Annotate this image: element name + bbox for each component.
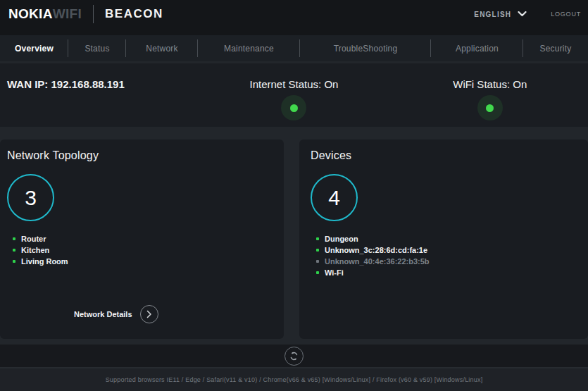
topology-item-label: Living Room bbox=[21, 257, 68, 266]
devices-count-circle: 4 bbox=[311, 174, 358, 221]
list-item: Unknown_3c:28:6d:cd:fa:1e bbox=[311, 244, 577, 256]
online-bullet-icon bbox=[13, 260, 15, 263]
refresh-strip bbox=[0, 345, 588, 367]
product-name: BEACON bbox=[105, 7, 163, 21]
brand-logo: NOKIA WIFI bbox=[8, 6, 82, 22]
online-bullet-icon bbox=[13, 237, 15, 240]
device-item-label: Wi-Fi bbox=[325, 268, 344, 277]
topology-item-list: Router Kitchen Living Room bbox=[7, 233, 277, 267]
internet-status-dot bbox=[290, 104, 298, 112]
devices-card: Devices 4 Dungeon Unknown_3c:28:6d:cd:fa… bbox=[299, 139, 588, 339]
topology-count: 3 bbox=[25, 186, 37, 210]
list-item: Unknown_40:4e:36:22:b3:5b bbox=[311, 256, 577, 267]
supported-browsers-text: Supported browsers IE11 / Edge / Safari(… bbox=[106, 376, 483, 383]
devices-card-title: Devices bbox=[311, 149, 577, 162]
device-item-label: Unknown_3c:28:6d:cd:fa:1e bbox=[325, 246, 427, 254]
devices-item-list: Dungeon Unknown_3c:28:6d:cd:fa:1e Unknow… bbox=[311, 233, 577, 278]
topology-item-label: Router bbox=[21, 235, 46, 243]
list-item: Dungeon bbox=[311, 233, 577, 244]
wifi-status-block: WiFi Status: On bbox=[392, 78, 588, 127]
online-bullet-icon bbox=[316, 271, 319, 274]
online-bullet-icon bbox=[316, 249, 319, 252]
wan-ip-block: WAN IP: 192.168.88.191 bbox=[0, 78, 196, 127]
tab-application[interactable]: Application bbox=[431, 35, 523, 61]
brand-nokia: NOKIA bbox=[8, 6, 53, 22]
topology-card-title: Network Topology bbox=[7, 149, 277, 162]
internet-status-indicator bbox=[281, 95, 306, 120]
tab-maintenance[interactable]: Maintenance bbox=[198, 35, 300, 61]
status-strip: WAN IP: 192.168.88.191 Internet Status: … bbox=[0, 63, 588, 127]
internet-status-block: Internet Status: On bbox=[196, 78, 392, 127]
chevron-right-icon bbox=[140, 305, 158, 323]
list-item: Kitchen bbox=[7, 244, 277, 256]
list-item: Living Room bbox=[7, 256, 277, 267]
wifi-status-dot bbox=[486, 104, 494, 112]
online-bullet-icon bbox=[316, 237, 319, 240]
list-item: Wi-Fi bbox=[311, 267, 577, 278]
wifi-status-indicator bbox=[477, 95, 503, 120]
wan-ip-text: WAN IP: 192.168.88.191 bbox=[7, 78, 125, 90]
list-item: Router bbox=[7, 233, 277, 244]
refresh-icon bbox=[289, 352, 299, 361]
main-nav: Overview Status Network Maintenance Trou… bbox=[0, 35, 588, 61]
chevron-down-icon bbox=[518, 11, 527, 17]
devices-count: 4 bbox=[328, 186, 340, 210]
device-item-label: Dungeon bbox=[325, 235, 358, 243]
page-footer: Supported browsers IE11 / Edge / Safari(… bbox=[0, 367, 588, 391]
online-bullet-icon bbox=[13, 249, 15, 252]
logout-button[interactable]: LOGOUT bbox=[551, 11, 581, 18]
brand-wifi: WIFI bbox=[53, 6, 82, 22]
network-details-label: Network Details bbox=[74, 310, 132, 318]
tab-security[interactable]: Security bbox=[523, 35, 588, 61]
app-header: NOKIA WIFI BEACON ENGLISH LOGOUT bbox=[0, 0, 588, 35]
tab-overview[interactable]: Overview bbox=[0, 35, 68, 61]
network-topology-card: Network Topology 3 Router Kitchen Living… bbox=[0, 139, 284, 339]
refresh-button[interactable] bbox=[284, 347, 304, 366]
offline-bullet-icon bbox=[316, 260, 319, 263]
topology-item-label: Kitchen bbox=[21, 246, 49, 254]
internet-status-text: Internet Status: On bbox=[196, 78, 392, 90]
dashboard-cards: Network Topology 3 Router Kitchen Living… bbox=[0, 139, 588, 339]
topology-count-circle: 3 bbox=[7, 174, 54, 221]
tab-troubleshooting[interactable]: TroubleShooting bbox=[300, 35, 431, 61]
device-item-label: Unknown_40:4e:36:22:b3:5b bbox=[325, 257, 430, 266]
language-label: ENGLISH bbox=[474, 11, 511, 18]
brand-divider bbox=[93, 5, 94, 23]
wifi-status-text: WiFi Status: On bbox=[392, 78, 588, 90]
tab-network[interactable]: Network bbox=[126, 35, 198, 61]
tab-status[interactable]: Status bbox=[68, 35, 126, 61]
language-dropdown[interactable]: ENGLISH bbox=[474, 11, 527, 18]
network-details-button[interactable]: Network Details bbox=[74, 305, 277, 323]
